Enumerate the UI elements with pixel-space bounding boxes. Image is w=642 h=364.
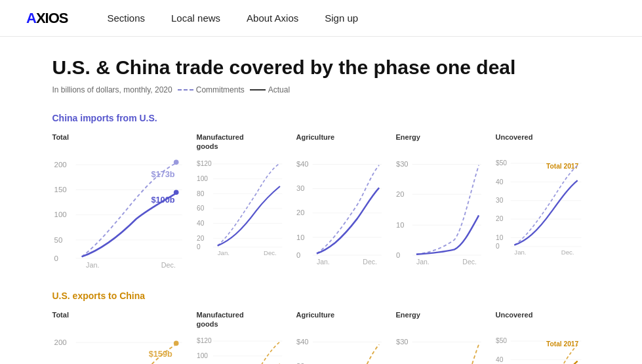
svg-text:$30: $30 [396, 338, 409, 346]
svg-text:$120: $120 [197, 337, 212, 344]
exports-agriculture-svg: $40 30 20 10 0 Jan. Dec. [296, 330, 386, 365]
svg-text:0: 0 [296, 251, 300, 259]
svg-text:Jan.: Jan. [514, 249, 526, 256]
svg-text:10: 10 [396, 221, 404, 229]
exports-charts-row: Total 200 150 100 50 0 [52, 310, 590, 365]
y-label-0: 0 [54, 254, 58, 262]
svg-text:$40: $40 [296, 160, 309, 168]
exports-manufactured-chart: Manufacturedgoods $120 100 80 60 40 20 0 [191, 310, 291, 365]
svg-text:Total 2017: Total 2017 [546, 163, 578, 170]
imports-section: China imports from U.S. Total 200 150 10… [52, 113, 590, 270]
svg-text:80: 80 [197, 190, 205, 197]
imports-label: China imports from U.S. [52, 113, 590, 123]
main-content: U.S. & China trade covered by the phase … [26, 37, 616, 364]
navbar: AXIOS Sections Local news About Axios Si… [0, 0, 642, 37]
exports-uncovered-chart: Uncovered $50 40 30 20 10 0 Total 2017 [491, 310, 590, 365]
svg-text:$120: $120 [197, 160, 212, 167]
imports-manufactured-title: Manufacturedgoods [197, 132, 286, 152]
svg-text:Jan.: Jan. [316, 258, 329, 266]
imports-energy-svg: $30 20 10 0 Jan. Dec. [396, 152, 485, 266]
nav-about[interactable]: About Axios [247, 12, 298, 24]
y-label-200: 200 [54, 161, 66, 169]
imports-energy-title: Energy [396, 132, 485, 151]
exports-agriculture-chart: Agriculture $40 30 20 10 0 Jan. Dec. [291, 310, 391, 365]
x-dec: Dec. [161, 261, 175, 269]
svg-text:40: 40 [496, 178, 504, 186]
nav-links: Sections Local news About Axios Sign up [107, 12, 358, 24]
svg-point-72 [173, 340, 178, 346]
exports-total-title: Total [52, 310, 186, 329]
nav-sections[interactable]: Sections [107, 12, 145, 24]
svg-text:60: 60 [197, 205, 205, 212]
imports-manufactured-svg: $120 100 80 60 40 20 0 Jan. [197, 153, 286, 257]
svg-text:Jan.: Jan. [217, 249, 229, 256]
exports-uncovered-svg: $50 40 30 20 10 0 Total 2017 Jan. [496, 330, 585, 365]
exports-total-chart: Total 200 150 100 50 0 [52, 310, 191, 365]
subtitle: In billions of dollars, monthly, 2020 Co… [52, 85, 590, 94]
svg-text:Total 2017: Total 2017 [546, 340, 578, 347]
svg-text:10: 10 [296, 233, 304, 241]
svg-text:0: 0 [496, 243, 500, 250]
svg-text:10: 10 [496, 234, 504, 241]
exports-uncovered-title: Uncovered [496, 310, 585, 329]
exports-manufactured-svg: $120 100 80 60 40 20 0 Jan. [197, 330, 286, 364]
nav-signup[interactable]: Sign up [325, 12, 358, 24]
svg-text:$50: $50 [496, 159, 507, 167]
y-label-50: 50 [54, 236, 62, 244]
svg-text:$173b: $173b [151, 169, 174, 179]
svg-text:Jan.: Jan. [416, 258, 429, 266]
imports-manufactured-chart: Manufacturedgoods $120 100 80 60 40 20 0 [191, 132, 291, 270]
imports-uncovered-chart: Uncovered $50 40 30 20 10 0 Total 2017 [491, 132, 590, 270]
nav-local-news[interactable]: Local news [171, 12, 220, 24]
svg-text:20: 20 [496, 215, 504, 222]
svg-text:$159b: $159b [148, 348, 172, 358]
imports-uncovered-svg: $50 40 30 20 10 0 Total 2017 Ja [496, 152, 585, 256]
svg-text:$50: $50 [496, 337, 507, 344]
imports-agriculture-svg: $40 30 20 10 0 Jan. Dec. [296, 152, 386, 266]
svg-text:30: 30 [496, 197, 504, 204]
imports-agriculture-chart: Agriculture $40 30 20 10 0 Jan. Dec. [291, 132, 391, 270]
exports-manufactured-title: Manufacturedgoods [197, 310, 286, 329]
svg-text:Dec.: Dec. [462, 258, 477, 266]
x-jan: Jan. [86, 261, 99, 269]
svg-text:20: 20 [396, 190, 404, 198]
imports-agriculture-title: Agriculture [296, 132, 386, 151]
y-label-100: 100 [54, 211, 66, 218]
svg-text:30: 30 [296, 184, 304, 192]
logo[interactable]: AXIOS [26, 10, 68, 27]
exports-total-svg: 200 150 100 50 0 $159b [52, 330, 186, 365]
y-label-150: 150 [54, 186, 66, 193]
svg-text:40: 40 [496, 355, 504, 363]
svg-text:20: 20 [296, 209, 304, 216]
svg-text:$40: $40 [296, 338, 309, 346]
svg-text:Dec.: Dec. [363, 258, 377, 266]
imports-uncovered-title: Uncovered [496, 132, 585, 151]
svg-text:Dec.: Dec. [561, 249, 574, 256]
svg-text:200: 200 [54, 338, 66, 346]
imports-energy-chart: Energy $30 20 10 0 Jan. Dec. [391, 132, 491, 270]
svg-text:$30: $30 [396, 160, 409, 168]
imports-total-svg: 200 150 100 50 0 $ [52, 152, 186, 270]
svg-text:0: 0 [396, 251, 400, 259]
legend-actual: Actual [250, 85, 290, 94]
exports-label: U.S. exports to China [52, 291, 590, 301]
svg-text:100: 100 [197, 352, 208, 359]
svg-text:20: 20 [197, 234, 205, 241]
imports-charts-row: Total 200 150 100 50 0 [52, 132, 590, 270]
exports-section: U.S. exports to China Total 200 150 100 … [52, 291, 590, 365]
exports-agriculture-title: Agriculture [296, 310, 386, 329]
exports-energy-svg: $30 20 10 0 Jan. Dec. [396, 330, 485, 365]
page-title: U.S. & China trade covered by the phase … [52, 56, 590, 79]
imports-total-chart: Total 200 150 100 50 0 [52, 132, 191, 270]
exports-energy-chart: Energy $30 20 10 0 Jan. Dec. [391, 310, 491, 365]
svg-text:$100b: $100b [151, 195, 174, 205]
legend-commitments: Commitments [178, 85, 245, 94]
svg-point-5 [173, 159, 178, 165]
svg-text:0: 0 [197, 243, 201, 251]
imports-total-title: Total [52, 132, 186, 151]
svg-text:40: 40 [197, 220, 205, 227]
svg-text:Dec.: Dec. [263, 249, 276, 256]
exports-energy-title: Energy [396, 310, 485, 329]
svg-text:100: 100 [197, 175, 208, 182]
